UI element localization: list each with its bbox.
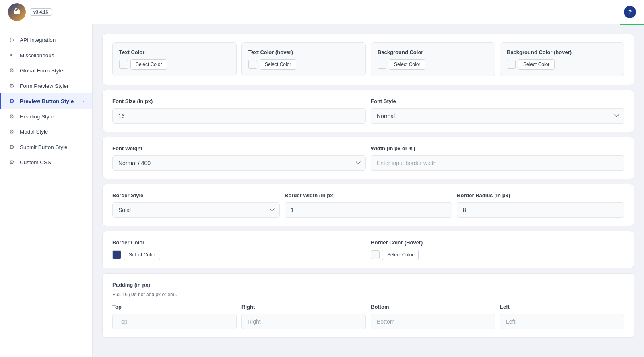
font-size-field: Font Size (in px)	[112, 98, 366, 124]
sidebar-item-label: Global Form Styler	[20, 68, 65, 74]
background-color-hover-selector: Select Color	[507, 59, 617, 70]
padding-label: Padding (in px)	[112, 282, 624, 288]
gear-icon	[9, 83, 16, 89]
font-weight-select[interactable]: Normal / 400 Bold / 700 Light / 300 Medi…	[112, 155, 366, 171]
padding-sub: E.g. 16 (Do not add px or em).	[112, 292, 624, 297]
background-color-hover-label: Background Color (hover)	[507, 49, 617, 55]
border-color-card: Border Color Select Color Border Color (…	[102, 231, 634, 268]
background-color-swatch	[378, 60, 386, 69]
font-size-style-card: Font Size (in px) Font Style Normal Ital…	[102, 90, 634, 132]
background-color-hover-swatch	[507, 60, 516, 69]
padding-top-field: Top	[112, 304, 237, 329]
sidebar-item-preview-button-style[interactable]: Preview Button Style ›	[0, 93, 92, 109]
sidebar-item-label: Heading Style	[20, 113, 54, 120]
font-size-input[interactable]	[112, 108, 366, 124]
border-width-label: Border Width (in px)	[285, 192, 452, 198]
border-radius-label: Border Radius (in px)	[457, 192, 624, 198]
topbar-left: 🏔 v3.4.16	[8, 3, 52, 21]
font-size-style-grid: Font Size (in px) Font Style Normal Ital…	[112, 98, 624, 124]
border-color-hover-selector: Select Color	[371, 250, 624, 260]
padding-bottom-field: Bottom	[371, 304, 495, 329]
width-label: Width (in px or %)	[371, 145, 624, 151]
gear-icon	[9, 144, 16, 150]
text-color-field: Text Color Select Color	[112, 42, 237, 76]
chevron-right-icon: ›	[83, 99, 84, 103]
logo: 🏔	[8, 3, 26, 21]
border-radius-input[interactable]	[457, 202, 624, 218]
padding-bottom-label: Bottom	[371, 304, 495, 310]
font-weight-label: Font Weight	[112, 145, 366, 151]
background-color-hover-field: Background Color (hover) Select Color	[500, 42, 624, 76]
border-color-hover-button[interactable]: Select Color	[382, 250, 419, 260]
sidebar-item-modal-style[interactable]: Modal Style	[0, 124, 92, 139]
border-color-button[interactable]: Select Color	[124, 250, 160, 260]
border-width-input[interactable]	[285, 202, 452, 218]
sidebar-item-label: Custom CSS	[20, 159, 51, 165]
padding-top-input[interactable]	[112, 314, 237, 329]
sidebar-item-form-preview-styler[interactable]: Form Preview Styler	[0, 78, 92, 93]
padding-header: Padding (in px)	[112, 282, 624, 288]
gear-icon	[9, 128, 16, 135]
help-button[interactable]: ?	[624, 6, 636, 18]
padding-top-label: Top	[112, 304, 237, 310]
gear-icon	[9, 98, 16, 104]
sidebar-item-submit-button-style[interactable]: Submit Button Style	[0, 139, 92, 155]
text-color-button[interactable]: Select Color	[130, 59, 167, 70]
font-style-select[interactable]: Normal Italic Oblique	[371, 108, 624, 124]
misc-icon	[9, 52, 16, 58]
gear-icon	[9, 159, 16, 165]
border-color-label: Border Color	[112, 239, 366, 246]
background-color-field: Background Color Select Color	[371, 42, 495, 76]
border-color-grid: Border Color Select Color Border Color (…	[112, 239, 624, 260]
sidebar-item-miscellaneous[interactable]: Miscellaneous	[0, 47, 92, 63]
padding-left-field: Left	[500, 304, 624, 329]
color-row-card: Text Color Select Color Text Color (hove…	[102, 34, 634, 85]
text-color-swatch	[119, 60, 128, 69]
padding-grid: Top Right Bottom Left	[112, 304, 624, 329]
sidebar-item-heading-style[interactable]: Heading Style	[0, 109, 92, 124]
border-style-select[interactable]: Solid Dashed Dotted Double None	[112, 202, 280, 218]
sidebar-item-label: Submit Button Style	[20, 144, 68, 150]
sidebar: API Integration Miscellaneous Global For…	[0, 24, 93, 357]
border-color-selector: Select Color	[112, 250, 366, 260]
background-color-button[interactable]: Select Color	[389, 59, 425, 70]
version-badge: v3.4.16	[30, 8, 52, 16]
padding-left-label: Left	[500, 304, 624, 310]
padding-left-input[interactable]	[500, 314, 624, 329]
background-color-label: Background Color	[378, 49, 488, 55]
padding-right-label: Right	[242, 304, 366, 310]
border-color-swatch	[112, 250, 121, 259]
border-color-hover-field: Border Color (Hover) Select Color	[371, 239, 624, 260]
sidebar-item-custom-css[interactable]: Custom CSS	[0, 155, 92, 170]
text-color-hover-button[interactable]: Select Color	[260, 59, 296, 70]
font-style-field: Font Style Normal Italic Oblique	[371, 98, 624, 124]
border-color-hover-label: Border Color (Hover)	[371, 239, 624, 246]
width-input[interactable]	[371, 155, 624, 171]
font-weight-field: Font Weight Normal / 400 Bold / 700 Ligh…	[112, 145, 366, 171]
border-grid: Border Style Solid Dashed Dotted Double …	[112, 192, 624, 218]
gear-icon	[9, 113, 16, 120]
font-weight-width-grid: Font Weight Normal / 400 Bold / 700 Ligh…	[112, 145, 624, 171]
text-color-label: Text Color	[119, 49, 230, 55]
sidebar-item-global-form-styler[interactable]: Global Form Styler	[0, 63, 92, 78]
width-field: Width (in px or %)	[371, 145, 624, 171]
border-style-field: Border Style Solid Dashed Dotted Double …	[112, 192, 280, 218]
font-style-label: Font Style	[371, 98, 624, 104]
background-color-hover-button[interactable]: Select Color	[518, 59, 555, 70]
text-color-hover-swatch	[248, 60, 257, 69]
sidebar-item-label: Modal Style	[20, 129, 48, 135]
api-icon	[9, 37, 16, 43]
padding-right-input[interactable]	[242, 314, 366, 329]
text-color-hover-label: Text Color (hover)	[248, 49, 359, 55]
progress-bar	[620, 24, 644, 25]
padding-bottom-input[interactable]	[371, 314, 495, 329]
sidebar-item-label: Miscellaneous	[20, 52, 54, 58]
border-color-field: Border Color Select Color	[112, 239, 366, 260]
sidebar-item-label: Form Preview Styler	[20, 83, 69, 89]
border-style-width-radius-card: Border Style Solid Dashed Dotted Double …	[102, 184, 634, 226]
padding-right-field: Right	[242, 304, 366, 329]
border-radius-field: Border Radius (in px)	[457, 192, 624, 218]
text-color-selector: Select Color	[119, 59, 230, 70]
font-size-label: Font Size (in px)	[112, 98, 366, 104]
sidebar-item-api-integration[interactable]: API Integration	[0, 32, 92, 47]
